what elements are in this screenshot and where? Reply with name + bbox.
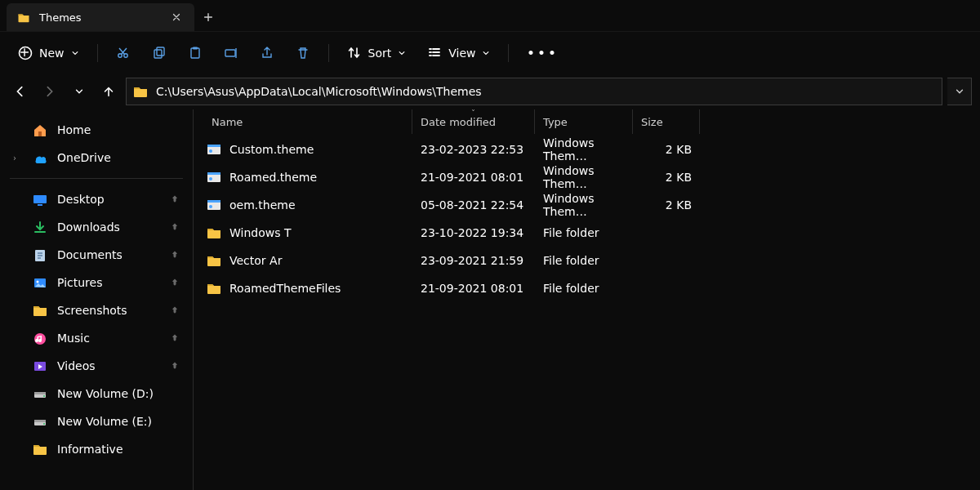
- file-row[interactable]: Custom.theme 23-02-2023 22:53 Windows Th…: [194, 136, 980, 163]
- sort-indicator-icon: ˅: [471, 109, 475, 117]
- forward-button[interactable]: [38, 79, 62, 104]
- file-date: 23-10-2022 19:34: [412, 226, 535, 239]
- sort-icon: [347, 46, 362, 60]
- sidebar-item-onedrive[interactable]: › OneDrive: [5, 144, 188, 172]
- main: Home › OneDrive Desktop Downloads Docume…: [0, 109, 980, 490]
- address-input[interactable]: [154, 84, 935, 99]
- file-type: Windows Them…: [535, 192, 633, 218]
- file-name: oem.theme: [229, 198, 296, 212]
- share-icon: [260, 46, 274, 60]
- forward-icon: [43, 85, 56, 98]
- column-type[interactable]: Type: [535, 109, 633, 134]
- sort-button[interactable]: Sort: [339, 38, 415, 68]
- sidebar-item-new-volume-d-[interactable]: New Volume (D:): [5, 380, 188, 408]
- share-button[interactable]: [252, 38, 283, 68]
- theme-icon: [207, 198, 221, 212]
- file-type: File folder: [535, 226, 633, 239]
- sidebar-item-new-volume-e-[interactable]: New Volume (E:): [5, 408, 188, 435]
- file-name: Vector Ar: [229, 254, 282, 267]
- recent-button[interactable]: [67, 79, 91, 104]
- toolbar: New Sort View •••: [0, 31, 980, 74]
- copy-icon: [152, 46, 167, 60]
- delete-icon: [296, 46, 310, 60]
- file-row[interactable]: Vector Ar 23-09-2021 21:59 File folder: [194, 247, 980, 274]
- sidebar-item-documents[interactable]: Documents: [5, 241, 188, 269]
- expand-icon: ›: [13, 154, 23, 163]
- file-list: Custom.theme 23-02-2023 22:53 Windows Th…: [194, 134, 980, 302]
- sidebar-item-screenshots[interactable]: Screenshots: [5, 296, 188, 324]
- pin-icon: [170, 278, 180, 287]
- view-icon: [427, 46, 442, 60]
- view-button[interactable]: View: [419, 38, 498, 68]
- titlebar: Themes: [0, 0, 980, 31]
- delete-button[interactable]: [287, 38, 318, 68]
- more-button[interactable]: •••: [519, 38, 567, 68]
- file-row[interactable]: oem.theme 05-08-2021 22:54 Windows Them……: [194, 191, 980, 219]
- pin-icon: [170, 194, 180, 204]
- file-type: Windows Them…: [535, 136, 633, 163]
- sidebar-item-videos[interactable]: Videos: [5, 352, 188, 380]
- up-button[interactable]: [96, 79, 121, 104]
- content-pane: Name ˅Date modified Type Size Custom.the…: [193, 109, 980, 490]
- rename-button[interactable]: [216, 38, 247, 68]
- address-bar[interactable]: [126, 78, 942, 105]
- new-tab-button[interactable]: [194, 3, 222, 31]
- file-name: Roamed.theme: [229, 171, 317, 184]
- sidebar-item-label: Desktop: [57, 193, 160, 206]
- folder-icon: [16, 12, 31, 23]
- sidebar-item-downloads[interactable]: Downloads: [5, 213, 188, 241]
- cut-icon: [116, 46, 131, 60]
- paste-icon: [188, 46, 203, 60]
- pin-icon: [170, 333, 180, 343]
- sidebar-item-pictures[interactable]: Pictures: [5, 269, 188, 296]
- videos-icon: [33, 359, 47, 372]
- sidebar-item-label: Informative: [57, 443, 180, 456]
- music-icon: [33, 332, 47, 345]
- file-row[interactable]: Windows T 23-10-2022 19:34 File folder: [194, 219, 980, 247]
- more-icon: •••: [527, 47, 559, 60]
- rename-icon: [224, 46, 238, 60]
- toolbar-separator: [508, 44, 509, 62]
- file-row[interactable]: RoamedThemeFiles 21-09-2021 08:01 File f…: [194, 274, 980, 302]
- file-date: 23-09-2021 21:59: [412, 254, 535, 267]
- column-size[interactable]: Size: [633, 109, 700, 134]
- column-name[interactable]: Name: [194, 109, 412, 134]
- file-row[interactable]: Roamed.theme 21-09-2021 08:01 Windows Th…: [194, 163, 980, 191]
- back-icon: [14, 85, 27, 98]
- column-name-label: Name: [212, 116, 243, 128]
- column-headers: Name ˅Date modified Type Size: [194, 109, 980, 134]
- file-date: 21-09-2021 08:01: [412, 282, 535, 295]
- file-date: 05-08-2021 22:54: [412, 198, 535, 212]
- file-name: Windows T: [229, 226, 292, 239]
- sidebar-item-label: Downloads: [57, 220, 160, 234]
- tab-active[interactable]: Themes: [7, 3, 194, 31]
- folder-icon: [33, 304, 47, 317]
- folder-icon: [33, 443, 47, 456]
- tab-close-button[interactable]: [167, 7, 186, 27]
- back-button[interactable]: [8, 79, 33, 104]
- sidebar-item-informative[interactable]: Informative: [5, 435, 188, 463]
- column-date[interactable]: ˅Date modified: [412, 109, 535, 134]
- sidebar-item-label: Videos: [57, 359, 160, 372]
- sidebar-item-label: Screenshots: [57, 304, 160, 317]
- file-name-cell: Custom.theme: [194, 143, 412, 156]
- sidebar-item-desktop[interactable]: Desktop: [5, 185, 188, 213]
- folder-icon: [207, 254, 221, 267]
- svg-point-22: [20, 47, 32, 59]
- file-size: 2 KB: [633, 143, 700, 156]
- copy-button[interactable]: [144, 38, 175, 68]
- file-type: File folder: [535, 254, 633, 267]
- chevron-down-icon: [74, 87, 84, 96]
- cut-button[interactable]: [108, 38, 139, 68]
- paste-button[interactable]: [180, 38, 211, 68]
- new-button[interactable]: New: [10, 38, 87, 68]
- column-date-label: Date modified: [421, 116, 496, 128]
- column-size-label: Size: [641, 116, 663, 128]
- file-name: RoamedThemeFiles: [229, 282, 341, 295]
- address-history-button[interactable]: [947, 78, 972, 105]
- home-icon: [33, 123, 47, 136]
- navigation-row: [0, 74, 980, 109]
- file-size: 2 KB: [633, 198, 700, 212]
- sidebar-item-home[interactable]: Home: [5, 116, 188, 144]
- sidebar-item-music[interactable]: Music: [5, 324, 188, 352]
